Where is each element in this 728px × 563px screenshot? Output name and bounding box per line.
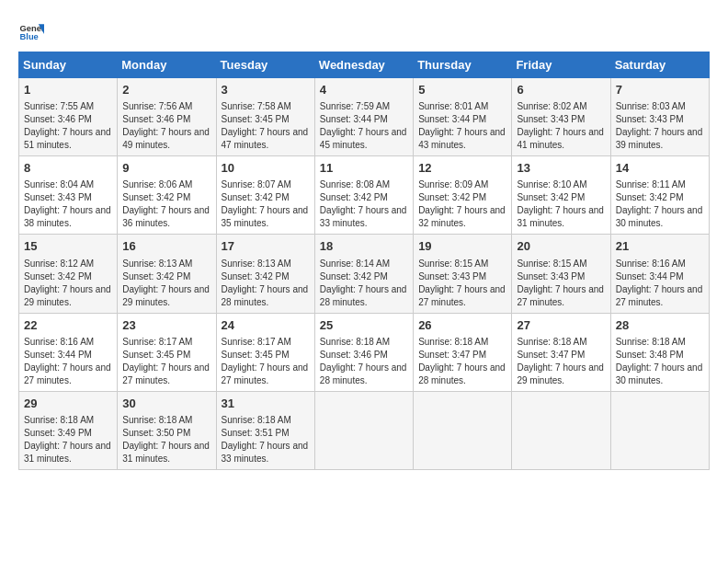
sunset: Sunset: 3:46 PM — [122, 114, 190, 124]
daylight: Daylight: 7 hours and 43 minutes. — [418, 127, 506, 150]
sunrise: Sunrise: 8:06 AM — [122, 179, 192, 190]
sunset: Sunset: 3:47 PM — [517, 350, 585, 360]
sunset: Sunset: 3:46 PM — [320, 350, 388, 360]
day-number: 14 — [616, 160, 704, 177]
day-cell: 27 Sunrise: 8:18 AM Sunset: 3:47 PM Dayl… — [512, 313, 610, 391]
sunrise: Sunrise: 8:11 AM — [616, 179, 686, 190]
sunset: Sunset: 3:43 PM — [517, 271, 585, 282]
daylight: Daylight: 7 hours and 36 minutes. — [122, 205, 210, 228]
day-cell: 28 Sunrise: 8:18 AM Sunset: 3:48 PM Dayl… — [610, 313, 709, 391]
day-cell: 10 Sunrise: 8:07 AM Sunset: 3:42 PM Dayl… — [216, 156, 314, 235]
column-header-friday: Friday — [512, 52, 610, 78]
day-cell: 14 Sunrise: 8:11 AM Sunset: 3:42 PM Dayl… — [610, 156, 709, 235]
day-number: 20 — [517, 238, 605, 255]
day-number: 6 — [517, 82, 605, 98]
sunrise: Sunrise: 8:18 AM — [320, 337, 390, 347]
day-number: 31 — [222, 396, 310, 412]
day-number: 12 — [418, 160, 506, 177]
column-header-saturday: Saturday — [610, 52, 709, 78]
day-cell: 25 Sunrise: 8:18 AM Sunset: 3:46 PM Dayl… — [314, 313, 413, 391]
sunset: Sunset: 3:44 PM — [24, 350, 92, 360]
daylight: Daylight: 7 hours and 39 minutes. — [616, 127, 703, 150]
sunset: Sunset: 3:42 PM — [418, 192, 486, 202]
sunset: Sunset: 3:42 PM — [122, 192, 190, 202]
week-row-5: 29 Sunrise: 8:18 AM Sunset: 3:49 PM Dayl… — [19, 391, 710, 469]
day-cell: 3 Sunrise: 7:58 AM Sunset: 3:45 PM Dayli… — [216, 78, 314, 156]
day-cell: 11 Sunrise: 8:08 AM Sunset: 3:42 PM Dayl… — [314, 156, 413, 235]
day-cell: 20 Sunrise: 8:15 AM Sunset: 3:43 PM Dayl… — [512, 235, 610, 313]
sunset: Sunset: 3:42 PM — [517, 192, 585, 202]
day-number: 9 — [122, 160, 210, 177]
column-header-thursday: Thursday — [414, 52, 512, 78]
day-number: 1 — [24, 82, 112, 98]
sunset: Sunset: 3:45 PM — [122, 350, 190, 360]
daylight: Daylight: 7 hours and 28 minutes. — [320, 362, 407, 385]
sunrise: Sunrise: 8:13 AM — [222, 259, 291, 269]
day-cell: 18 Sunrise: 8:14 AM Sunset: 3:42 PM Dayl… — [314, 235, 413, 313]
day-number: 28 — [616, 317, 704, 334]
sunset: Sunset: 3:43 PM — [418, 271, 486, 282]
daylight: Daylight: 7 hours and 38 minutes. — [24, 205, 111, 228]
daylight: Daylight: 7 hours and 27 minutes. — [418, 284, 506, 307]
daylight: Daylight: 7 hours and 31 minutes. — [517, 205, 604, 228]
sunrise: Sunrise: 7:59 AM — [320, 101, 390, 111]
sunset: Sunset: 3:42 PM — [122, 271, 190, 282]
day-cell: 19 Sunrise: 8:15 AM Sunset: 3:43 PM Dayl… — [414, 235, 512, 313]
sunset: Sunset: 3:42 PM — [24, 271, 92, 282]
sunrise: Sunrise: 8:18 AM — [122, 415, 192, 425]
daylight: Daylight: 7 hours and 33 minutes. — [222, 441, 309, 464]
sunset: Sunset: 3:42 PM — [320, 271, 388, 282]
sunset: Sunset: 3:43 PM — [24, 192, 92, 202]
column-header-wednesday: Wednesday — [314, 52, 413, 78]
sunrise: Sunrise: 8:18 AM — [222, 415, 291, 425]
daylight: Daylight: 7 hours and 28 minutes. — [320, 284, 407, 307]
daylight: Daylight: 7 hours and 27 minutes. — [616, 284, 703, 307]
sunrise: Sunrise: 8:13 AM — [122, 259, 192, 269]
day-cell: 12 Sunrise: 8:09 AM Sunset: 3:42 PM Dayl… — [414, 156, 512, 235]
sunrise: Sunrise: 8:07 AM — [222, 179, 291, 190]
sunrise: Sunrise: 8:16 AM — [24, 337, 94, 347]
day-number: 10 — [222, 160, 310, 177]
daylight: Daylight: 7 hours and 35 minutes. — [222, 205, 309, 228]
calendar-table: SundayMondayTuesdayWednesdayThursdayFrid… — [18, 52, 710, 470]
sunrise: Sunrise: 8:18 AM — [24, 415, 94, 425]
day-cell — [414, 391, 512, 469]
page-header: General Blue — [18, 18, 710, 44]
sunset: Sunset: 3:51 PM — [222, 428, 290, 438]
day-number: 29 — [24, 396, 112, 412]
sunrise: Sunrise: 8:17 AM — [222, 337, 291, 347]
day-cell: 15 Sunrise: 8:12 AM Sunset: 3:42 PM Dayl… — [19, 235, 118, 313]
sunset: Sunset: 3:46 PM — [24, 114, 92, 124]
svg-text:Blue: Blue — [20, 32, 39, 41]
daylight: Daylight: 7 hours and 41 minutes. — [517, 127, 604, 150]
day-cell: 17 Sunrise: 8:13 AM Sunset: 3:42 PM Dayl… — [216, 235, 314, 313]
day-cell: 2 Sunrise: 7:56 AM Sunset: 3:46 PM Dayli… — [118, 78, 216, 156]
day-number: 16 — [122, 238, 210, 255]
day-cell: 9 Sunrise: 8:06 AM Sunset: 3:42 PM Dayli… — [118, 156, 216, 235]
sunrise: Sunrise: 8:09 AM — [418, 179, 488, 190]
column-header-sunday: Sunday — [19, 52, 118, 78]
sunrise: Sunrise: 8:14 AM — [320, 259, 390, 269]
day-number: 5 — [418, 82, 506, 98]
daylight: Daylight: 7 hours and 29 minutes. — [122, 284, 210, 307]
sunrise: Sunrise: 8:17 AM — [122, 337, 192, 347]
sunrise: Sunrise: 8:15 AM — [517, 259, 586, 269]
sunrise: Sunrise: 8:10 AM — [517, 179, 586, 190]
day-number: 23 — [122, 317, 210, 334]
sunrise: Sunrise: 8:12 AM — [24, 259, 94, 269]
sunset: Sunset: 3:42 PM — [616, 192, 684, 202]
day-cell: 22 Sunrise: 8:16 AM Sunset: 3:44 PM Dayl… — [19, 313, 118, 391]
day-number: 22 — [24, 317, 112, 334]
logo-icon: General Blue — [18, 18, 44, 44]
logo: General Blue — [18, 18, 44, 44]
daylight: Daylight: 7 hours and 30 minutes. — [616, 362, 703, 385]
day-cell: 29 Sunrise: 8:18 AM Sunset: 3:49 PM Dayl… — [19, 391, 118, 469]
day-number: 15 — [24, 238, 112, 255]
day-number: 27 — [517, 317, 605, 334]
sunrise: Sunrise: 8:18 AM — [418, 337, 488, 347]
day-cell: 1 Sunrise: 7:55 AM Sunset: 3:46 PM Dayli… — [19, 78, 118, 156]
day-cell: 23 Sunrise: 8:17 AM Sunset: 3:45 PM Dayl… — [118, 313, 216, 391]
sunrise: Sunrise: 8:08 AM — [320, 179, 390, 190]
day-number: 21 — [616, 238, 704, 255]
daylight: Daylight: 7 hours and 29 minutes. — [517, 362, 604, 385]
